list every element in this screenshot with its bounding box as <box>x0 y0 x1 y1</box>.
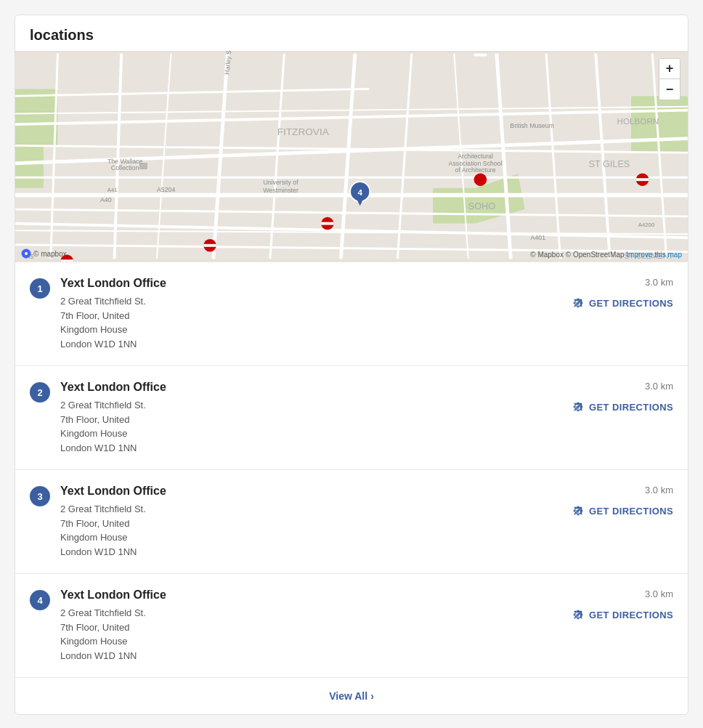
svg-rect-58 <box>321 222 334 225</box>
svg-text:A4200: A4200 <box>638 222 655 228</box>
svg-rect-60 <box>203 244 216 247</box>
location-badge: 1 <box>30 278 50 299</box>
location-address: 2 Great Titchfield St. 7th Floor, United… <box>60 398 166 455</box>
location-badge: 2 <box>30 382 50 403</box>
get-directions-link[interactable]: GET DIRECTIONS <box>572 296 673 310</box>
view-all-label: View All <box>329 690 367 702</box>
distance-label: 3.0 km <box>645 485 673 496</box>
location-left: 3 Yext London Office 2 Great Titchfield … <box>30 485 166 559</box>
map-svg: Harley St A5204 A40 A5 A41 B406 A401 A42… <box>15 51 688 262</box>
svg-text:A41: A41 <box>107 187 118 193</box>
directions-icon <box>572 608 585 621</box>
svg-text:British Museum: British Museum <box>510 122 553 129</box>
distance-label: 3.0 km <box>645 277 673 288</box>
zoom-in-button[interactable]: + <box>659 59 680 79</box>
svg-text:Association School: Association School <box>449 160 503 167</box>
svg-text:FITZROVIA: FITZROVIA <box>277 126 330 137</box>
svg-rect-2 <box>15 145 44 187</box>
location-info: Yext London Office 2 Great Titchfield St… <box>60 277 166 351</box>
location-list: 1 Yext London Office 2 Great Titchfield … <box>15 262 688 677</box>
distance-label: 3.0 km <box>645 381 673 392</box>
svg-point-55 <box>474 173 487 186</box>
svg-text:A401: A401 <box>531 234 546 241</box>
location-badge: 4 <box>30 590 50 610</box>
view-all-row: View All › <box>15 677 688 714</box>
svg-rect-54 <box>636 178 649 181</box>
svg-text:A40: A40 <box>100 196 112 203</box>
location-left: 2 Yext London Office 2 Great Titchfield … <box>30 381 166 455</box>
zoom-out-button[interactable]: − <box>659 79 680 100</box>
view-all-chevron: › <box>370 690 374 702</box>
svg-text:ST GILES: ST GILES <box>589 159 630 169</box>
svg-text:of Architecture: of Architecture <box>455 166 496 174</box>
location-info: Yext London Office 2 Great Titchfield St… <box>60 485 166 559</box>
directions-icon <box>572 296 585 310</box>
location-info: Yext London Office 2 Great Titchfield St… <box>60 589 166 663</box>
list-item: 1 Yext London Office 2 Great Titchfield … <box>15 262 688 365</box>
svg-text:A5204: A5204 <box>157 186 175 193</box>
get-directions-link[interactable]: GET DIRECTIONS <box>572 400 673 413</box>
improve-map-link[interactable]: Improve this map <box>626 251 682 259</box>
location-name: Yext London Office <box>60 485 166 498</box>
page-title: locations <box>15 15 688 51</box>
directions-icon <box>572 400 585 413</box>
svg-text:4: 4 <box>357 187 362 197</box>
svg-text:HOLBORN: HOLBORN <box>617 116 659 126</box>
svg-text:SOHO: SOHO <box>468 201 495 211</box>
svg-text:Westminster: Westminster <box>263 187 298 194</box>
map-attribution: © Mapbox © OpenStreetMap Improve this ma… <box>530 251 682 259</box>
location-address: 2 Great Titchfield St. 7th Floor, United… <box>60 606 166 663</box>
mapbox-icon <box>21 248 31 259</box>
location-address: 2 Great Titchfield St. 7th Floor, United… <box>60 502 166 559</box>
distance-label: 3.0 km <box>645 589 673 599</box>
svg-point-71 <box>25 252 28 255</box>
svg-rect-1 <box>15 89 57 145</box>
location-left: 4 Yext London Office 2 Great Titchfield … <box>30 589 166 663</box>
location-right: 3.0 km GET DIRECTIONS <box>572 589 673 621</box>
location-info: Yext London Office 2 Great Titchfield St… <box>60 381 166 455</box>
mapbox-logo: © mapbox <box>21 248 67 259</box>
location-right: 3.0 km GET DIRECTIONS <box>572 381 673 413</box>
get-directions-link[interactable]: GET DIRECTIONS <box>572 608 673 621</box>
location-name: Yext London Office <box>60 381 166 394</box>
view-all-button[interactable]: View All › <box>329 690 374 702</box>
get-directions-link[interactable]: GET DIRECTIONS <box>572 504 673 517</box>
location-name: Yext London Office <box>60 589 166 602</box>
svg-rect-56 <box>474 54 487 57</box>
svg-text:University of: University of <box>263 179 298 186</box>
location-name: Yext London Office <box>60 277 166 290</box>
svg-text:Collection: Collection <box>111 164 139 171</box>
svg-text:The Wallace: The Wallace <box>107 158 143 165</box>
location-right: 3.0 km GET DIRECTIONS <box>572 277 673 310</box>
directions-icon <box>572 504 585 517</box>
location-left: 1 Yext London Office 2 Great Titchfield … <box>30 277 166 351</box>
list-item: 2 Yext London Office 2 Great Titchfield … <box>15 365 688 469</box>
svg-text:Architectural: Architectural <box>458 153 493 160</box>
svg-text:DANES: DANES <box>635 260 662 262</box>
list-item: 3 Yext London Office 2 Great Titchfield … <box>15 469 688 573</box>
list-item: 4 Yext London Office 2 Great Titchfield … <box>15 573 688 677</box>
svg-rect-68 <box>140 163 147 169</box>
map-controls: + − <box>659 58 680 100</box>
location-right: 3.0 km GET DIRECTIONS <box>572 485 673 517</box>
location-address: 2 Great Titchfield St. 7th Floor, United… <box>60 294 166 351</box>
locations-card: locations <box>15 15 688 715</box>
location-badge: 3 <box>30 486 50 506</box>
svg-rect-62 <box>60 259 73 262</box>
map-container: Harley St A5204 A40 A5 A41 B406 A401 A42… <box>15 51 688 262</box>
